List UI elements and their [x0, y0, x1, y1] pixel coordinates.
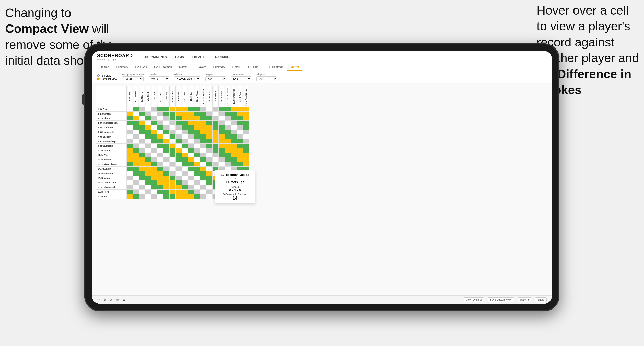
matrix-cell[interactable]	[243, 134, 249, 139]
sub-tab-summary2[interactable]: Summary	[210, 63, 229, 71]
matrix-cell[interactable]	[176, 180, 182, 185]
matrix-cell[interactable]	[127, 148, 133, 153]
matrix-cell[interactable]	[127, 190, 133, 194]
matrix-cell[interactable]	[170, 148, 176, 153]
matrix-cell[interactable]	[151, 157, 157, 162]
matrix-cell[interactable]	[188, 116, 194, 121]
matrix-cell[interactable]	[157, 190, 163, 194]
matrix-cell[interactable]	[213, 157, 219, 162]
matrix-cell[interactable]	[163, 180, 170, 185]
matrix-cell[interactable]	[170, 116, 176, 121]
matrix-cell[interactable]	[139, 107, 145, 112]
matrix-cell[interactable]	[200, 139, 206, 144]
matrix-cell[interactable]	[176, 144, 182, 148]
matrix-cell[interactable]	[163, 121, 170, 125]
matrix-cell[interactable]	[127, 130, 133, 134]
matrix-cell[interactable]	[200, 148, 206, 153]
matrix-cell[interactable]	[151, 167, 157, 171]
matrix-cell[interactable]	[200, 167, 206, 171]
matrix-cell[interactable]	[151, 194, 157, 199]
matrix-cell[interactable]	[133, 116, 139, 121]
matrix-cell[interactable]	[225, 134, 231, 139]
matrix-cell[interactable]	[157, 171, 163, 176]
matrix-cell[interactable]	[133, 180, 139, 185]
matrix-cell[interactable]	[182, 144, 188, 148]
matrix-cell[interactable]	[133, 130, 139, 134]
matrix-cell[interactable]	[176, 157, 182, 162]
matrix-cell[interactable]	[182, 180, 188, 185]
sub-tab-teams[interactable]: Teams	[97, 63, 112, 71]
matrix-cell[interactable]	[139, 171, 145, 176]
nav-rankings[interactable]: RANKINGS	[215, 55, 231, 59]
matrix-cell[interactable]	[127, 180, 133, 185]
matrix-cell[interactable]	[145, 194, 151, 199]
matrix-cell[interactable]	[194, 171, 200, 176]
matrix-cell[interactable]	[163, 171, 170, 176]
matrix-cell[interactable]	[213, 125, 219, 130]
settings-icon[interactable]: ⚙	[123, 298, 125, 302]
matrix-cell[interactable]	[219, 148, 225, 153]
matrix-cell[interactable]	[133, 148, 139, 153]
matrix-cell[interactable]	[145, 176, 151, 180]
matrix-cell[interactable]	[139, 153, 145, 157]
matrix-cell[interactable]	[163, 176, 170, 180]
matrix-cell[interactable]	[176, 171, 182, 176]
matrix-cell[interactable]	[133, 134, 139, 139]
matrix-cell[interactable]	[145, 112, 151, 116]
matrix-cell[interactable]	[206, 139, 213, 144]
matrix-cell[interactable]	[127, 125, 133, 130]
matrix-cell[interactable]	[139, 121, 145, 125]
matrix-cell[interactable]	[188, 139, 194, 144]
matrix-cell[interactable]	[243, 121, 249, 125]
matrix-cell[interactable]	[139, 116, 145, 121]
sub-tab-detail[interactable]: Detail	[229, 63, 243, 71]
matrix-cell[interactable]	[231, 121, 237, 125]
matrix-cell[interactable]	[127, 144, 133, 148]
matrix-cell[interactable]	[170, 134, 176, 139]
matrix-cell[interactable]	[170, 107, 176, 112]
matrix-cell[interactable]	[151, 125, 157, 130]
matrix-cell[interactable]	[145, 144, 151, 148]
sub-tab-h2h-heatmap1[interactable]: H2H Heatmap	[150, 63, 175, 71]
matrix-cell[interactable]	[157, 144, 163, 148]
sub-tab-matrix1[interactable]: Matrix	[175, 63, 190, 71]
matrix-cell[interactable]	[182, 190, 188, 194]
matrix-cell[interactable]	[133, 125, 139, 130]
matrix-cell[interactable]	[163, 139, 170, 144]
matrix-cell[interactable]	[133, 167, 139, 171]
matrix-cell[interactable]	[170, 180, 176, 185]
matrix-cell[interactable]	[225, 116, 231, 121]
matrix-cell[interactable]	[170, 139, 176, 144]
matrix-cell[interactable]	[219, 121, 225, 125]
matrix-cell[interactable]	[127, 167, 133, 171]
players-select[interactable]: (All)	[256, 76, 277, 81]
matrix-cell[interactable]	[194, 125, 200, 130]
matrix-cell[interactable]	[213, 112, 219, 116]
matrix-cell[interactable]	[157, 134, 163, 139]
matrix-cell[interactable]	[182, 116, 188, 121]
matrix-cell[interactable]	[176, 112, 182, 116]
matrix-cell[interactable]	[151, 134, 157, 139]
matrix-cell[interactable]	[231, 116, 237, 121]
matrix-cell[interactable]	[243, 107, 249, 112]
matrix-cell[interactable]	[157, 180, 163, 185]
matrix-cell[interactable]	[225, 125, 231, 130]
matrix-cell[interactable]	[163, 167, 170, 171]
matrix-cell[interactable]	[133, 190, 139, 194]
matrix-cell[interactable]	[170, 125, 176, 130]
matrix-cell[interactable]	[188, 171, 194, 176]
matrix-cell[interactable]	[194, 162, 200, 167]
matrix-cell[interactable]	[133, 157, 139, 162]
matrix-cell[interactable]	[133, 107, 139, 112]
matrix-cell[interactable]	[213, 116, 219, 121]
matrix-cell[interactable]	[188, 176, 194, 180]
matrix-cell[interactable]	[237, 148, 243, 153]
matrix-cell[interactable]	[194, 185, 200, 190]
matrix-cell[interactable]	[145, 190, 151, 194]
matrix-cell[interactable]	[151, 130, 157, 134]
matrix-cell[interactable]	[176, 134, 182, 139]
matrix-cell[interactable]	[231, 130, 237, 134]
matrix-cell[interactable]	[182, 139, 188, 144]
share-btn[interactable]: Share	[535, 297, 547, 302]
matrix-cell[interactable]	[176, 148, 182, 153]
